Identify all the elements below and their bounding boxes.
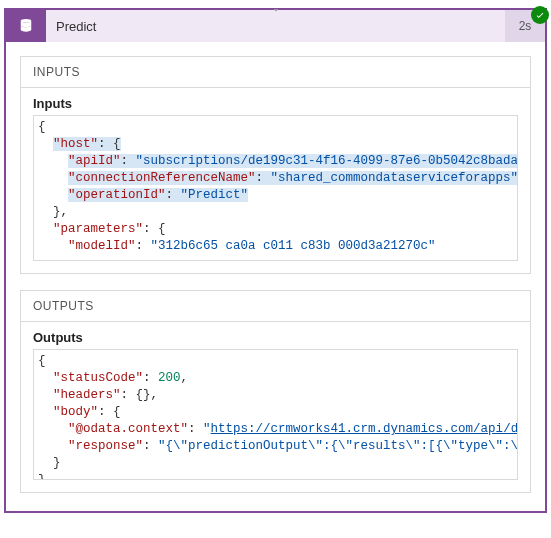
json-key: "headers"	[53, 388, 121, 402]
inputs-section-header: INPUTS	[21, 57, 530, 88]
json-key: "statusCode"	[53, 371, 143, 385]
card-body: INPUTS Inputs { "host": { "apiId": "subs…	[6, 42, 545, 511]
inputs-panel: INPUTS Inputs { "host": { "apiId": "subs…	[20, 56, 531, 274]
svg-point-0	[21, 19, 32, 23]
connector-arrow-icon	[270, 2, 282, 14]
json-key: "host"	[53, 137, 98, 151]
outputs-label: Outputs	[33, 330, 518, 345]
json-key: "parameters"	[53, 222, 143, 236]
outputs-panel: OUTPUTS Outputs { "statusCode": 200, "he…	[20, 290, 531, 493]
inputs-code[interactable]: { "host": { "apiId": "subscriptions/de19…	[33, 115, 518, 261]
json-key: "body"	[53, 405, 98, 419]
outputs-section-header: OUTPUTS	[21, 291, 530, 322]
json-key: "apiId"	[68, 154, 121, 168]
json-link[interactable]: https://crmworks41.crm.dynamics.com/api/…	[211, 422, 518, 436]
card-title: Predict	[46, 19, 505, 34]
inputs-label: Inputs	[33, 96, 518, 111]
json-string: "subscriptions/de199c31-4f16-4099-87e6-0…	[136, 154, 518, 168]
action-card: Predict 2s INPUTS Inputs { "host": { "ap…	[4, 8, 547, 513]
json-key: "operationId"	[68, 188, 166, 202]
json-string: "{\"predictionOutput\":{\"results\":[{\"…	[158, 439, 518, 453]
json-key: "response"	[68, 439, 143, 453]
json-key: "modelId"	[68, 239, 136, 253]
json-string: "312b6c65 ca0a c011 c83b 000d3a21270c"	[151, 239, 436, 253]
outputs-code[interactable]: { "statusCode": 200, "headers": {}, "bod…	[33, 349, 518, 480]
json-string: "Predict"	[181, 188, 249, 202]
json-string: "shared_commondataserviceforapps"	[271, 171, 518, 185]
json-number: 200	[158, 371, 181, 385]
json-key: "connectionReferenceName"	[68, 171, 256, 185]
json-key: "@odata.context"	[68, 422, 188, 436]
status-success-badge	[531, 6, 549, 24]
database-icon	[6, 10, 46, 42]
